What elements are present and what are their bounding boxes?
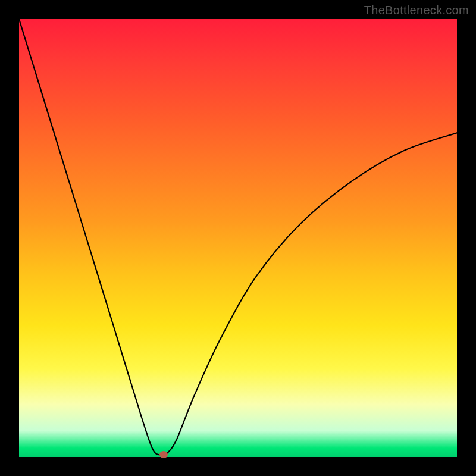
bottleneck-curve-path [19, 19, 457, 455]
watermark-text: TheBottleneck.com [364, 4, 469, 17]
chart-frame: TheBottleneck.com [0, 0, 476, 476]
plot-area [19, 19, 457, 457]
optimal-point-marker [159, 451, 168, 458]
curve-svg [19, 19, 457, 457]
